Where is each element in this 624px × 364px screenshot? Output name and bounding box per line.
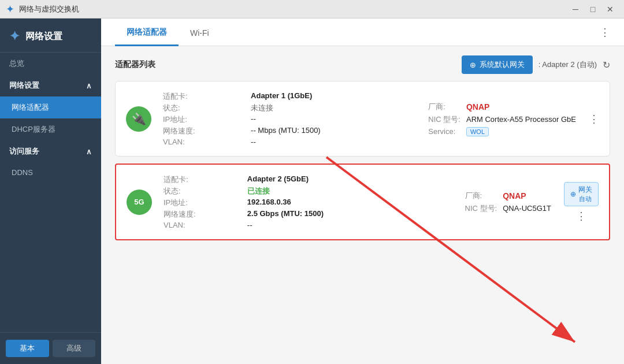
content-area: 网络适配器 Wi-Fi ⋮ 适配器列表 ⊕: [101, 18, 624, 364]
advanced-button[interactable]: 高级: [53, 340, 96, 357]
adapter1-info: 适配卡: Adapter 1 (1GbE) 状态: 未连接 IP地址: --: [161, 91, 415, 147]
sidebar-item-network-settings[interactable]: 网络设置 ∧: [0, 75, 101, 96]
adapter1-value-name: Adapter 1 (1GbE): [248, 91, 415, 102]
tab-network-adapter-label: 网络适配器: [127, 27, 167, 36]
list-title: 适配器列表: [115, 60, 155, 70]
sidebar-item-access-service[interactable]: 访问服务 ∧: [0, 140, 101, 162]
adapter1-value-status: 未连接: [248, 102, 415, 114]
sidebar-item-dhcp[interactable]: DHCP服务器: [0, 118, 101, 140]
titlebar-left: ✦ 网络与虚拟交换机: [6, 3, 79, 16]
content-header: 网络适配器 Wi-Fi ⋮: [101, 18, 624, 46]
sidebar-ddns-label: DDNS: [12, 168, 33, 177]
basic-button[interactable]: 基本: [6, 340, 49, 357]
adapter2-label-status: 状态:: [161, 185, 245, 197]
sidebar-item-network-adapter[interactable]: 网络适配器: [0, 96, 101, 118]
adapter1-more-button[interactable]: ⋮: [589, 113, 599, 125]
sidebar-nav: 总览 网络设置 ∧ 网络适配器 DHCP服务器 访问服务 ∧ DDNS: [0, 53, 101, 332]
adapter2-value-speed: 2.5 Gbps (MTU: 1500): [245, 209, 418, 220]
app-icon: ✦: [6, 3, 14, 16]
sidebar-footer: 基本 高级: [0, 332, 101, 364]
adapter1-right: 厂商: QNAP NIC 型号: ARM Cortex-A55 Processo…: [425, 100, 580, 138]
close-button[interactable]: ✕: [602, 2, 618, 16]
titlebar: ✦ 网络与虚拟交换机 ─ □ ✕: [0, 0, 624, 18]
adapter2-label-speed: 网络速度:: [161, 209, 245, 220]
sidebar-network-settings-label: 网络设置: [9, 80, 39, 91]
adapter2-value-name: Adapter 2 (5GbE): [245, 174, 418, 185]
gateway-sub-label: 自动: [578, 195, 592, 203]
adapter1-value-speed: -- Mbps (MTU: 1500): [248, 125, 415, 137]
adapter2-label-ip: IP地址:: [161, 197, 245, 209]
titlebar-title: 网络与虚拟交换机: [19, 4, 79, 14]
adapter1-value-vlan: --: [248, 137, 415, 147]
app-container: ✦ 网络设置 总览 网络设置 ∧ 网络适配器 DHCP服务器 访问服务: [0, 18, 624, 364]
adapter1-label-speed: 网络速度:: [161, 125, 248, 137]
sidebar: ✦ 网络设置 总览 网络设置 ∧ 网络适配器 DHCP服务器 访问服务: [0, 18, 101, 364]
app-window: ✦ 网络与虚拟交换机 ─ □ ✕ ✦ 网络设置 总览 网络设置 ∧: [0, 0, 624, 364]
maximize-button[interactable]: □: [585, 2, 601, 16]
sidebar-title: 网络设置: [25, 31, 62, 43]
system-gateway-button[interactable]: ⊕ 系统默认网关: [462, 55, 533, 74]
tab-wifi-label: Wi-Fi: [190, 28, 209, 38]
adapter1-vendor-name: QNAP: [466, 102, 489, 112]
sidebar-header: ✦ 网络设置: [0, 18, 101, 53]
system-gateway-label: 系统默认网关: [480, 60, 525, 70]
sidebar-access-service-label: 访问服务: [9, 146, 39, 157]
adapter2-nic-value: QNA-UC5G1T: [500, 203, 554, 214]
adapter1-icon: 🔌: [126, 106, 151, 132]
adapter2-info: 适配卡: Adapter 2 (5GbE) 状态: 已连接 IP地址: 192.…: [161, 174, 418, 230]
adapter-card-1: 🔌 适配卡: Adapter 1 (1GbE) 状态: 未连接: [115, 81, 610, 157]
sidebar-network-adapter-label: 网络适配器: [12, 102, 49, 113]
adapter1-label-ip: IP地址:: [161, 114, 248, 125]
titlebar-controls: ─ □ ✕: [567, 2, 618, 16]
sidebar-dhcp-label: DHCP服务器: [12, 124, 55, 135]
adapter2-icon: 5G: [127, 190, 152, 215]
adapter-card-2: 5G 适配卡: Adapter 2 (5GbE) 状态: 已连接: [115, 164, 610, 240]
more-options-icon[interactable]: ⋮: [600, 26, 610, 39]
minimize-button[interactable]: ─: [567, 2, 584, 16]
adapter1-service-label: Service:: [426, 127, 463, 137]
gateway-suffix: : Adapter 2 (自动): [538, 60, 597, 70]
adapter1-vendor-label: 厂商:: [426, 101, 463, 113]
adapter2-nic-label: NIC 型号:: [463, 203, 500, 214]
plug-icon: 🔌: [132, 112, 146, 126]
adapter1-value-ip: --: [248, 114, 415, 125]
wol-badge: WOL: [466, 127, 489, 136]
sidebar-item-ddns[interactable]: DDNS: [0, 162, 101, 183]
adapter2-label-vlan: VLAN:: [161, 220, 245, 230]
adapter2-right: 厂商: QNAP NIC 型号: QNA-UC5G1T: [428, 189, 555, 216]
adapter1-nic-label: NIC 型号:: [426, 114, 463, 125]
tabs: 网络适配器 Wi-Fi: [115, 18, 221, 46]
content-body: 适配器列表 ⊕ 系统默认网关 : Adapter 2 (自动) ↻ 🔌: [101, 46, 624, 364]
adapter1-nic-value: ARM Cortex-A55 Processor GbE: [464, 114, 578, 125]
sidebar-item-overview[interactable]: 总览: [0, 53, 101, 75]
toolbar-right: ⊕ 系统默认网关 : Adapter 2 (自动) ↻: [462, 55, 610, 74]
adapter2-label-name: 适配卡:: [161, 174, 245, 185]
adapter1-actions: ⋮: [589, 113, 599, 125]
adapter2-actions: ⊕ 网关 自动 ⋮: [564, 182, 599, 222]
toolbar: 适配器列表 ⊕ 系统默认网关 : Adapter 2 (自动) ↻: [115, 55, 610, 74]
adapter1-label-vlan: VLAN:: [161, 137, 248, 147]
sidebar-app-icon: ✦: [9, 29, 20, 44]
adapter1-label-status: 状态:: [161, 102, 248, 114]
gateway-icon: ⊕: [570, 190, 576, 198]
header-right: ⋮: [600, 26, 610, 39]
gateway-label: 网关: [578, 185, 592, 195]
adapter2-value-vlan: --: [245, 220, 418, 230]
adapter1-nic-info: 厂商: QNAP NIC 型号: ARM Cortex-A55 Processo…: [425, 100, 580, 138]
adapter2-nic-info: 厂商: QNAP NIC 型号: QNA-UC5G1T: [462, 189, 555, 216]
sidebar-overview-label: 总览: [9, 58, 24, 69]
gateway-badge: ⊕ 网关 自动: [564, 182, 599, 206]
adapter1-label-name: 适配卡:: [161, 91, 248, 102]
tab-network-adapter[interactable]: 网络适配器: [115, 20, 179, 46]
tab-wifi[interactable]: Wi-Fi: [179, 21, 221, 46]
adapter2-value-ip: 192.168.0.36: [245, 197, 418, 209]
refresh-button[interactable]: ↻: [603, 60, 610, 70]
chevron-up-icon-2: ∧: [86, 147, 92, 156]
adapter2-more-button[interactable]: ⋮: [576, 210, 586, 222]
adapter2-vendor-name: QNAP: [503, 191, 526, 200]
adapter2-vendor-label: 厂商:: [463, 190, 500, 202]
adapter2-value-status: 已连接: [245, 185, 418, 197]
chevron-up-icon: ∧: [86, 81, 92, 90]
system-gateway-icon: ⊕: [470, 61, 476, 69]
